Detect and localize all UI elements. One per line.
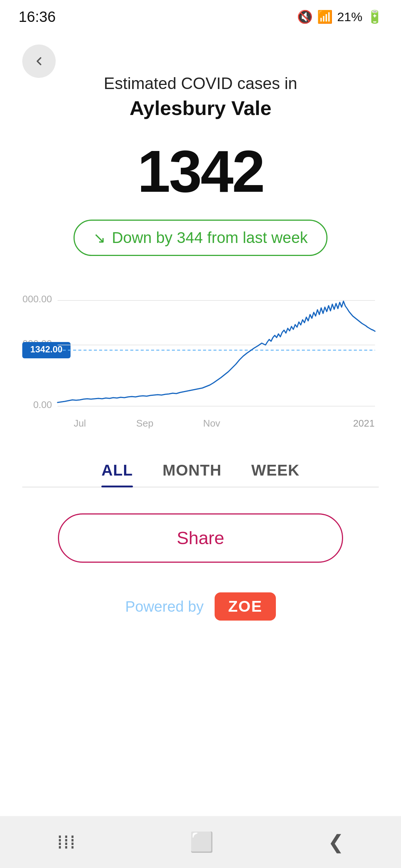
mute-icon: 🔇	[297, 9, 313, 24]
header-subtitle: Estimated COVID cases in	[104, 74, 297, 93]
svg-text:2000.00: 2000.00	[22, 293, 52, 305]
nav-back-icon[interactable]: ❮	[328, 831, 344, 853]
down-badge: ↘ Down by 344 from last week	[74, 220, 327, 256]
tab-week[interactable]: WEEK	[251, 461, 300, 487]
share-button[interactable]: Share	[58, 513, 343, 563]
back-row	[22, 45, 379, 78]
tab-all[interactable]: ALL	[101, 461, 133, 487]
main-cases-number: 1342	[137, 142, 264, 201]
tabs-row: ALL MONTH WEEK	[22, 461, 379, 487]
powered-section: Powered by ZOE	[125, 592, 276, 621]
chart-container: 2000.00 1000.00 0.00 1342.00 Jul Sep Nov…	[22, 282, 379, 439]
chart-svg-wrapper: 2000.00 1000.00 0.00 1342.00 Jul Sep Nov…	[22, 282, 379, 439]
main-content: Estimated COVID cases in Aylesbury Vale …	[0, 30, 401, 816]
chart-svg: 2000.00 1000.00 0.00 1342.00 Jul Sep Nov…	[22, 282, 379, 438]
powered-by-text: Powered by	[125, 598, 203, 615]
svg-text:Sep: Sep	[136, 418, 153, 429]
battery-indicator: 21%	[337, 10, 362, 24]
status-icons: 🔇 📶 21% 🔋	[297, 9, 382, 24]
nav-menu-icon[interactable]: ⁞⁞⁞	[57, 831, 76, 853]
status-bar: 16:36 🔇 📶 21% 🔋	[0, 0, 401, 30]
header-title: Aylesbury Vale	[104, 96, 297, 119]
header-section: Estimated COVID cases in Aylesbury Vale	[104, 74, 297, 119]
back-button[interactable]	[22, 45, 56, 78]
bottom-nav: ⁞⁞⁞ ⬜ ❮	[0, 816, 401, 868]
down-arrow-icon: ↘	[93, 229, 106, 246]
down-badge-text: Down by 344 from last week	[112, 229, 308, 247]
tab-month[interactable]: MONTH	[163, 461, 222, 487]
status-time: 16:36	[19, 9, 56, 25]
chevron-left-icon	[32, 55, 46, 68]
svg-text:2021: 2021	[353, 418, 375, 429]
battery-icon: 🔋	[367, 9, 382, 24]
svg-text:Jul: Jul	[74, 418, 86, 429]
svg-text:1342.00: 1342.00	[30, 344, 63, 354]
svg-text:0.00: 0.00	[33, 399, 52, 410]
zoe-brand-badge: ZOE	[215, 592, 276, 621]
nav-home-icon[interactable]: ⬜	[190, 831, 214, 854]
svg-text:Nov: Nov	[203, 418, 220, 429]
wifi-icon: 📶	[317, 9, 333, 24]
